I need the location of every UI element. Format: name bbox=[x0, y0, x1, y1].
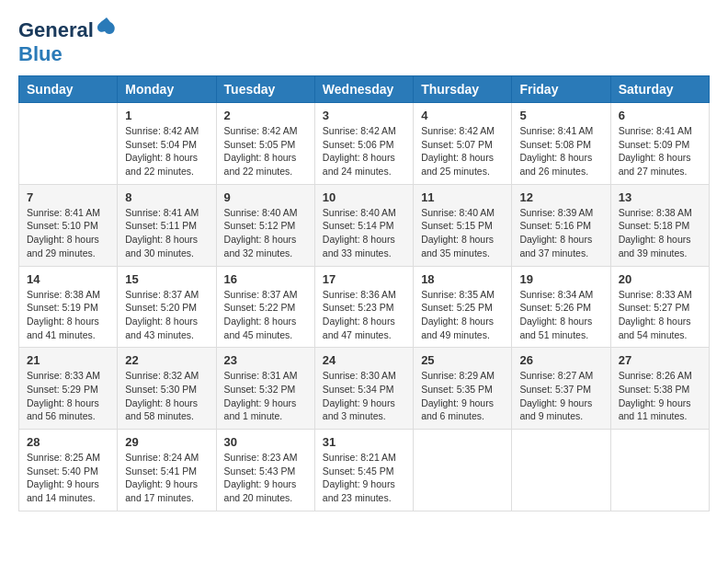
day-info: Sunrise: 8:24 AM Sunset: 5:41 PM Dayligh… bbox=[125, 451, 208, 505]
calendar-week-row: 28Sunrise: 8:25 AM Sunset: 5:40 PM Dayli… bbox=[19, 430, 710, 511]
day-info: Sunrise: 8:33 AM Sunset: 5:27 PM Dayligh… bbox=[619, 288, 701, 342]
logo-bird-icon bbox=[96, 15, 118, 37]
day-info: Sunrise: 8:27 AM Sunset: 5:37 PM Dayligh… bbox=[519, 369, 602, 423]
day-number: 5 bbox=[519, 109, 602, 122]
day-info: Sunrise: 8:40 AM Sunset: 5:12 PM Dayligh… bbox=[224, 206, 307, 260]
day-number: 13 bbox=[619, 190, 701, 204]
calendar-cell: 22Sunrise: 8:32 AM Sunset: 5:30 PM Dayli… bbox=[118, 348, 216, 430]
day-header-monday: Monday bbox=[118, 76, 216, 103]
calendar-cell: 17Sunrise: 8:36 AM Sunset: 5:23 PM Dayli… bbox=[314, 266, 413, 348]
logo: General Blue bbox=[18, 18, 118, 66]
day-info: Sunrise: 8:21 AM Sunset: 5:45 PM Dayligh… bbox=[323, 451, 405, 505]
page-header: General Blue bbox=[18, 18, 710, 66]
day-info: Sunrise: 8:37 AM Sunset: 5:20 PM Dayligh… bbox=[125, 288, 208, 342]
calendar-cell: 11Sunrise: 8:40 AM Sunset: 5:15 PM Dayli… bbox=[414, 184, 512, 266]
day-info: Sunrise: 8:26 AM Sunset: 5:38 PM Dayligh… bbox=[619, 369, 701, 423]
day-header-wednesday: Wednesday bbox=[314, 76, 413, 103]
day-number: 30 bbox=[224, 435, 307, 449]
day-info: Sunrise: 8:33 AM Sunset: 5:29 PM Dayligh… bbox=[27, 369, 109, 423]
day-info: Sunrise: 8:40 AM Sunset: 5:14 PM Dayligh… bbox=[323, 206, 405, 260]
day-number: 20 bbox=[619, 272, 701, 286]
calendar-cell: 1Sunrise: 8:42 AM Sunset: 5:04 PM Daylig… bbox=[118, 103, 216, 185]
day-info: Sunrise: 8:38 AM Sunset: 5:19 PM Dayligh… bbox=[27, 288, 109, 342]
calendar-cell bbox=[610, 430, 709, 511]
calendar-cell: 2Sunrise: 8:42 AM Sunset: 5:05 PM Daylig… bbox=[216, 103, 314, 185]
calendar-cell: 9Sunrise: 8:40 AM Sunset: 5:12 PM Daylig… bbox=[216, 184, 314, 266]
logo-blue: Blue bbox=[18, 42, 63, 65]
calendar-week-row: 1Sunrise: 8:42 AM Sunset: 5:04 PM Daylig… bbox=[19, 103, 710, 185]
day-number: 26 bbox=[519, 353, 602, 367]
day-number: 14 bbox=[27, 272, 109, 286]
day-info: Sunrise: 8:39 AM Sunset: 5:16 PM Dayligh… bbox=[519, 206, 602, 260]
calendar-header-row: SundayMondayTuesdayWednesdayThursdayFrid… bbox=[19, 76, 710, 103]
day-header-thursday: Thursday bbox=[414, 76, 512, 103]
day-number: 16 bbox=[224, 272, 307, 286]
calendar-cell: 6Sunrise: 8:41 AM Sunset: 5:09 PM Daylig… bbox=[610, 103, 709, 185]
day-info: Sunrise: 8:41 AM Sunset: 5:08 PM Dayligh… bbox=[519, 124, 602, 178]
day-number: 11 bbox=[421, 190, 504, 204]
day-number: 21 bbox=[27, 353, 109, 367]
calendar-cell bbox=[414, 430, 512, 511]
day-info: Sunrise: 8:30 AM Sunset: 5:34 PM Dayligh… bbox=[323, 369, 405, 423]
day-number: 4 bbox=[421, 109, 504, 122]
day-info: Sunrise: 8:23 AM Sunset: 5:43 PM Dayligh… bbox=[224, 451, 307, 505]
day-number: 18 bbox=[421, 272, 504, 286]
calendar-cell: 7Sunrise: 8:41 AM Sunset: 5:10 PM Daylig… bbox=[19, 184, 118, 266]
calendar-cell: 3Sunrise: 8:42 AM Sunset: 5:06 PM Daylig… bbox=[314, 103, 413, 185]
day-info: Sunrise: 8:32 AM Sunset: 5:30 PM Dayligh… bbox=[125, 369, 208, 423]
calendar-week-row: 7Sunrise: 8:41 AM Sunset: 5:10 PM Daylig… bbox=[19, 184, 710, 266]
calendar-cell: 26Sunrise: 8:27 AM Sunset: 5:37 PM Dayli… bbox=[512, 348, 610, 430]
day-info: Sunrise: 8:31 AM Sunset: 5:32 PM Dayligh… bbox=[224, 369, 307, 423]
day-number: 17 bbox=[323, 272, 405, 286]
day-info: Sunrise: 8:42 AM Sunset: 5:06 PM Dayligh… bbox=[323, 124, 405, 178]
day-info: Sunrise: 8:42 AM Sunset: 5:05 PM Dayligh… bbox=[224, 124, 307, 178]
day-info: Sunrise: 8:34 AM Sunset: 5:26 PM Dayligh… bbox=[519, 288, 602, 342]
calendar-cell: 18Sunrise: 8:35 AM Sunset: 5:25 PM Dayli… bbox=[414, 266, 512, 348]
day-number: 23 bbox=[224, 353, 307, 367]
calendar-cell: 29Sunrise: 8:24 AM Sunset: 5:41 PM Dayli… bbox=[118, 430, 216, 511]
day-info: Sunrise: 8:42 AM Sunset: 5:04 PM Dayligh… bbox=[125, 124, 208, 178]
calendar-cell: 15Sunrise: 8:37 AM Sunset: 5:20 PM Dayli… bbox=[118, 266, 216, 348]
calendar-cell: 8Sunrise: 8:41 AM Sunset: 5:11 PM Daylig… bbox=[118, 184, 216, 266]
day-number: 29 bbox=[125, 435, 208, 449]
day-number: 15 bbox=[125, 272, 208, 286]
day-info: Sunrise: 8:25 AM Sunset: 5:40 PM Dayligh… bbox=[27, 451, 109, 505]
day-number: 27 bbox=[619, 353, 701, 367]
calendar-table: SundayMondayTuesdayWednesdayThursdayFrid… bbox=[18, 75, 710, 511]
day-number: 28 bbox=[27, 435, 109, 449]
day-number: 1 bbox=[125, 109, 208, 122]
calendar-cell: 23Sunrise: 8:31 AM Sunset: 5:32 PM Dayli… bbox=[216, 348, 314, 430]
calendar-cell: 20Sunrise: 8:33 AM Sunset: 5:27 PM Dayli… bbox=[610, 266, 709, 348]
calendar-week-row: 21Sunrise: 8:33 AM Sunset: 5:29 PM Dayli… bbox=[19, 348, 710, 430]
day-header-saturday: Saturday bbox=[610, 76, 709, 103]
day-number: 24 bbox=[323, 353, 405, 367]
calendar-cell: 4Sunrise: 8:42 AM Sunset: 5:07 PM Daylig… bbox=[414, 103, 512, 185]
logo-text: General Blue bbox=[18, 18, 118, 66]
logo-general: General bbox=[18, 18, 94, 41]
calendar-cell: 14Sunrise: 8:38 AM Sunset: 5:19 PM Dayli… bbox=[19, 266, 118, 348]
day-number: 12 bbox=[519, 190, 602, 204]
calendar-cell: 30Sunrise: 8:23 AM Sunset: 5:43 PM Dayli… bbox=[216, 430, 314, 511]
day-number: 7 bbox=[27, 190, 109, 204]
calendar-cell: 16Sunrise: 8:37 AM Sunset: 5:22 PM Dayli… bbox=[216, 266, 314, 348]
day-number: 22 bbox=[125, 353, 208, 367]
day-number: 9 bbox=[224, 190, 307, 204]
day-number: 31 bbox=[323, 435, 405, 449]
calendar-week-row: 14Sunrise: 8:38 AM Sunset: 5:19 PM Dayli… bbox=[19, 266, 710, 348]
day-info: Sunrise: 8:37 AM Sunset: 5:22 PM Dayligh… bbox=[224, 288, 307, 342]
calendar-cell: 27Sunrise: 8:26 AM Sunset: 5:38 PM Dayli… bbox=[610, 348, 709, 430]
calendar-cell: 21Sunrise: 8:33 AM Sunset: 5:29 PM Dayli… bbox=[19, 348, 118, 430]
day-info: Sunrise: 8:41 AM Sunset: 5:09 PM Dayligh… bbox=[619, 124, 701, 178]
calendar-cell: 25Sunrise: 8:29 AM Sunset: 5:35 PM Dayli… bbox=[414, 348, 512, 430]
calendar-cell: 24Sunrise: 8:30 AM Sunset: 5:34 PM Dayli… bbox=[314, 348, 413, 430]
day-number: 8 bbox=[125, 190, 208, 204]
calendar-cell: 5Sunrise: 8:41 AM Sunset: 5:08 PM Daylig… bbox=[512, 103, 610, 185]
day-number: 3 bbox=[323, 109, 405, 122]
day-info: Sunrise: 8:36 AM Sunset: 5:23 PM Dayligh… bbox=[323, 288, 405, 342]
calendar-cell: 12Sunrise: 8:39 AM Sunset: 5:16 PM Dayli… bbox=[512, 184, 610, 266]
calendar-cell: 10Sunrise: 8:40 AM Sunset: 5:14 PM Dayli… bbox=[314, 184, 413, 266]
day-info: Sunrise: 8:29 AM Sunset: 5:35 PM Dayligh… bbox=[421, 369, 504, 423]
day-number: 6 bbox=[619, 109, 701, 122]
day-number: 19 bbox=[519, 272, 602, 286]
day-number: 10 bbox=[323, 190, 405, 204]
